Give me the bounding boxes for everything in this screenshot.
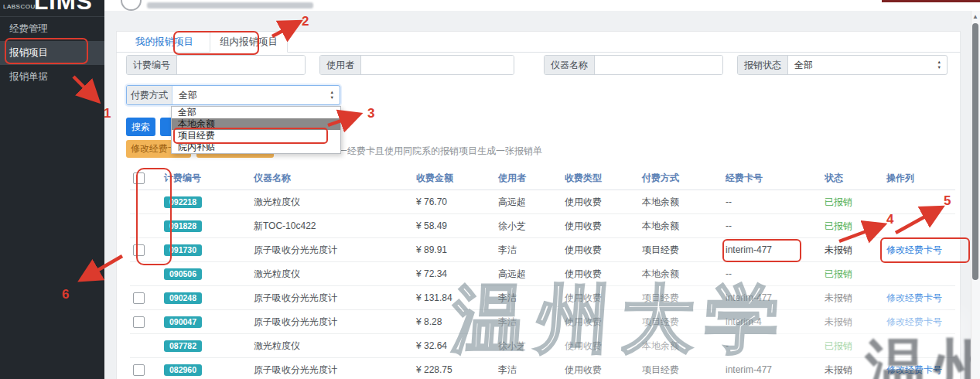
- cell-instrument: 原子吸收分光光度计: [251, 238, 413, 262]
- dropdown-option-2[interactable]: 项目经费: [172, 130, 340, 142]
- cell-instrument: 新TOC-10c422: [251, 214, 413, 238]
- cell-status: 已报销: [821, 262, 883, 286]
- cell-card-number: --: [722, 214, 821, 238]
- pay-method-select[interactable]: 全部 ▲▼: [172, 86, 340, 104]
- modify-card-link[interactable]: 修改经费卡号: [886, 244, 942, 255]
- status-label: 报销状态: [738, 56, 788, 74]
- billing-id-badge: 090248: [164, 292, 202, 304]
- instrument-label: 仪器名称: [545, 56, 595, 74]
- cell-billing-id: 091730: [161, 238, 251, 262]
- cell-instrument: 原子吸收分光光度计: [251, 358, 413, 379]
- app-logo: LABSCOUT LIMS: [0, 0, 104, 17]
- table-header-3: 收费金额: [413, 166, 495, 190]
- cell-user: 徐小芝: [495, 214, 562, 238]
- cell-fee-type: 使用收费: [562, 238, 639, 262]
- cell-billing-id: 087782: [161, 334, 251, 358]
- tab-group-projects[interactable]: 组内报销项目: [210, 31, 288, 53]
- billing-no-input[interactable]: [177, 56, 305, 74]
- search-button[interactable]: 搜索: [126, 118, 155, 136]
- cell-amount: ¥ 58.49: [413, 214, 495, 238]
- cell-checkbox: [130, 238, 161, 262]
- status-badge: 已报销: [825, 268, 852, 279]
- table-row: 091828新TOC-10c422¥ 58.49徐小芝使用收费本地余额--已报销: [130, 214, 955, 238]
- pay-method-dropdown: 全部本地余额项目经费院内补贴: [171, 106, 341, 154]
- table-row: 091730原子吸收分光光度计¥ 89.91李洁使用收费项目经费interim-…: [130, 238, 955, 262]
- cell-fee-type: 使用收费: [562, 190, 639, 214]
- sidebar: LABSCOUT LIMS 经费管理报销项目报销单据: [0, 0, 104, 379]
- billing-id-badge: 082960: [164, 364, 202, 376]
- pay-method-select-value: 全部: [179, 90, 197, 101]
- cell-billing-id: 090047: [161, 310, 251, 334]
- billing-id-badge: 090506: [164, 268, 202, 280]
- cell-instrument: 激光粒度仪: [251, 334, 413, 358]
- cell-action: 修改经费卡号: [883, 238, 955, 262]
- watermark-text-corner: 温州大学: [865, 327, 980, 379]
- row-checkbox[interactable]: [133, 364, 145, 376]
- dropdown-option-0[interactable]: 全部: [172, 107, 340, 118]
- sidebar-item-0[interactable]: 经费管理: [0, 17, 104, 41]
- cell-user: 李洁: [495, 238, 562, 262]
- table-header-7: 经费卡号: [722, 166, 821, 190]
- scrollbar-thumb[interactable]: [972, 23, 978, 280]
- status-select[interactable]: 全部 ▲▼: [788, 56, 947, 74]
- cell-checkbox: [130, 310, 161, 334]
- cell-amount: ¥ 76.70: [413, 190, 495, 214]
- status-badge: 已报销: [825, 220, 852, 231]
- cell-checkbox: [130, 262, 161, 286]
- watermark-text: 温州大学: [449, 271, 794, 370]
- tab-my-projects[interactable]: 我的报销项目: [126, 32, 203, 52]
- cell-card-number: --: [722, 190, 821, 214]
- table-header-6: 付费方式: [639, 166, 722, 190]
- header-title-cropped: [147, 2, 313, 9]
- table-header-5: 收费类型: [562, 166, 639, 190]
- dropdown-option-1[interactable]: 本地余额: [172, 118, 340, 130]
- billing-id-badge: 090047: [164, 316, 202, 328]
- cell-card-number: interim-477: [722, 238, 821, 262]
- row-checkbox[interactable]: [133, 316, 145, 328]
- sidebar-item-1[interactable]: 报销项目: [0, 41, 104, 65]
- sidebar-item-2[interactable]: 报销单据: [0, 65, 104, 89]
- cell-billing-id: 092218: [161, 190, 251, 214]
- cell-checkbox: [130, 358, 161, 379]
- billing-id-badge: 091730: [164, 244, 202, 256]
- hint-text: 一经费卡且使用同院系的报销项目生成一张报销单: [338, 145, 542, 158]
- cell-instrument: 原子吸收分光光度计: [251, 310, 413, 334]
- cell-status: 未报销: [821, 238, 883, 262]
- cell-fee-type: 使用收费: [562, 214, 639, 238]
- user-label: 使用者: [320, 56, 361, 74]
- table-header-8: 状态: [821, 166, 883, 190]
- cell-billing-id: 091828: [161, 214, 251, 238]
- cell-checkbox: [130, 214, 161, 238]
- cell-instrument: 原子吸收分光光度计: [251, 286, 413, 310]
- row-checkbox[interactable]: [133, 292, 145, 304]
- annotation-label-1: 1: [104, 106, 111, 121]
- logo-text-large: LIMS: [34, 0, 93, 15]
- user-input[interactable]: [361, 56, 514, 74]
- cell-status: 已报销: [821, 190, 883, 214]
- cell-action: [883, 214, 955, 238]
- cell-checkbox: [130, 334, 161, 358]
- user-group: 使用者: [319, 55, 514, 75]
- instrument-input[interactable]: [595, 56, 722, 74]
- status-select-value: 全部: [794, 60, 813, 70]
- updown-arrows-icon: ▲▼: [937, 60, 941, 70]
- dropdown-option-3[interactable]: 院内补贴: [172, 142, 340, 153]
- cell-checkbox: [130, 190, 161, 214]
- table-header-4: 使用者: [495, 166, 562, 190]
- cell-checkbox: [130, 286, 161, 310]
- top-right-red-strip: [882, 0, 980, 2]
- billing-no-label: 计费编号: [127, 56, 177, 74]
- top-header-bar: [104, 0, 980, 11]
- status-badge: 未报销: [825, 244, 852, 255]
- select-all-checkbox[interactable]: [133, 172, 145, 184]
- scrollbar-up-arrow[interactable]: ▲: [971, 13, 980, 21]
- row-checkbox[interactable]: [133, 244, 145, 256]
- billing-no-group: 计费编号: [126, 55, 306, 75]
- status-badge: 已报销: [825, 196, 852, 207]
- cell-amount: ¥ 89.91: [413, 238, 495, 262]
- table-header-2: 仪器名称: [251, 166, 413, 190]
- cell-billing-id: 090506: [161, 262, 251, 286]
- sidebar-menu: 经费管理报销项目报销单据: [0, 17, 104, 89]
- cell-action: [883, 190, 955, 214]
- instrument-group: 仪器名称: [544, 55, 723, 75]
